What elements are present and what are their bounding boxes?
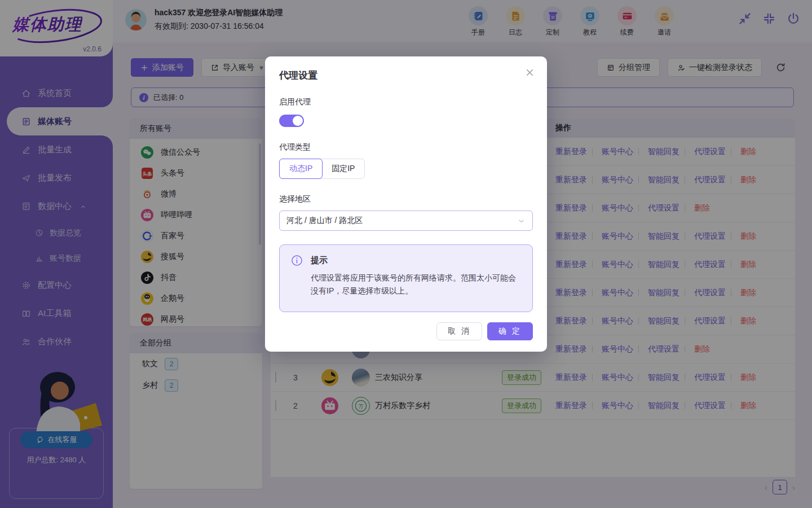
enable-proxy-label: 启用代理	[279, 97, 533, 107]
region-label: 选择地区	[279, 194, 533, 204]
proxy-type-fixed-ip[interactable]: 固定IP	[322, 159, 364, 178]
proxy-settings-dialog: 代理设置 启用代理 代理类型 动态IP 固定IP 选择地区 河北 / 唐山市 /…	[265, 56, 547, 352]
dialog-actions: 取 消 确 定	[436, 322, 533, 340]
proxy-type-segmented: 动态IP 固定IP	[279, 159, 365, 179]
app-window: 媒体助理 v2.0.6 系统首页媒体账号批量生成批量发布数据中心数据总览账号数据…	[0, 0, 812, 508]
cancel-button[interactable]: 取 消	[436, 322, 482, 340]
enable-proxy-toggle[interactable]	[279, 115, 304, 127]
region-select[interactable]: 河北 / 唐山市 / 路北区	[279, 211, 533, 231]
chevron-down-icon	[517, 217, 526, 225]
proxy-tip-box: 提示 代理设置将应用于该账号的所有网络请求。范围太小可能会没有IP，尽量选择市级…	[279, 244, 533, 312]
tip-text: 代理设置将应用于该账号的所有网络请求。范围太小可能会没有IP，尽量选择市级以上。	[311, 271, 521, 297]
info-circle-icon	[291, 255, 303, 266]
region-value: 河北 / 唐山市 / 路北区	[286, 216, 363, 226]
dialog-title: 代理设置	[279, 69, 533, 82]
toggle-knob	[293, 116, 303, 126]
confirm-button[interactable]: 确 定	[487, 322, 533, 340]
tip-header: 提示	[291, 255, 521, 266]
proxy-type-label: 代理类型	[279, 142, 533, 152]
tip-title: 提示	[311, 255, 328, 266]
proxy-type-dynamic-ip[interactable]: 动态IP	[279, 159, 323, 179]
close-icon[interactable]	[525, 68, 535, 77]
